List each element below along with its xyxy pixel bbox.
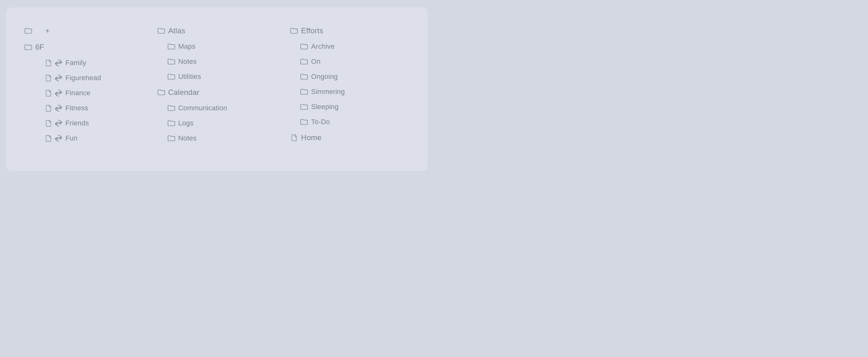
efforts-icons — [290, 26, 299, 35]
notes2-label: Notes — [178, 134, 197, 142]
recycle-icon — [54, 89, 63, 97]
doc-icon — [44, 104, 53, 112]
folder-icon — [300, 57, 309, 66]
folder-icon — [167, 119, 176, 128]
sleeping-icons — [300, 102, 309, 111]
folder-icon — [300, 102, 309, 111]
fitness-icons — [44, 104, 63, 112]
tree-item-fun[interactable]: Fun — [24, 131, 144, 146]
doc-icon — [44, 134, 53, 143]
calendar-icons — [157, 88, 166, 97]
tree-item-figurehead[interactable]: Figurehead — [24, 70, 144, 86]
tree-item-maps[interactable]: Maps — [157, 39, 277, 54]
folder-icon — [167, 57, 176, 66]
doc-icon — [44, 59, 53, 67]
folder-icon — [167, 104, 176, 112]
tree-item-notes2[interactable]: Notes — [157, 131, 277, 146]
on-label: On — [311, 58, 320, 66]
simmering-label: Simmering — [311, 88, 345, 96]
tree-item-efforts[interactable]: Efforts — [290, 23, 410, 39]
friends-label: Friends — [65, 119, 89, 127]
utilities-label: Utilities — [178, 73, 201, 81]
folder-icon — [300, 72, 309, 81]
tree-item-fitness[interactable]: Fitness — [24, 101, 144, 116]
archive-label: Archive — [311, 42, 335, 51]
notes2-icons — [167, 134, 176, 143]
tree-item-simmering[interactable]: Simmering — [290, 84, 410, 99]
finance-icons — [44, 89, 63, 97]
figurehead-label: Figurehead — [65, 74, 101, 82]
family-icons — [44, 59, 63, 67]
friends-icons — [44, 119, 63, 128]
home-label: Home — [301, 133, 321, 142]
recycle-icon — [54, 73, 63, 82]
calendar-label: Calendar — [168, 88, 199, 97]
column-col3: EffortsArchiveOnOngoingSimmeringSleeping… — [277, 23, 410, 156]
fun-icons — [44, 134, 63, 143]
tree-item-home[interactable]: Home — [290, 129, 410, 146]
doc-icon — [290, 133, 299, 142]
folder-icon — [24, 26, 33, 35]
tree-item-6f[interactable]: 6F — [24, 39, 144, 55]
folder-icon — [24, 43, 33, 52]
folder-icon — [167, 42, 176, 51]
archive-icons — [300, 42, 309, 51]
6f-icons — [24, 43, 33, 52]
tree-item-atlas[interactable]: Atlas — [157, 23, 277, 39]
folder-icon — [290, 26, 299, 35]
folder-icon — [300, 42, 309, 51]
on-icons — [300, 57, 309, 66]
folder-icon — [167, 72, 176, 81]
tree-item-friends[interactable]: Friends — [24, 116, 144, 131]
recycle-icon — [54, 104, 63, 112]
simmering-icons — [300, 87, 309, 96]
recycle-icon — [54, 119, 63, 128]
recycle-icon — [54, 59, 63, 67]
tree-item-archive[interactable]: Archive — [290, 39, 410, 54]
recycle-icon — [54, 134, 63, 143]
tree-item-todo[interactable]: To-Do — [290, 115, 410, 129]
atlas-icons — [157, 26, 166, 35]
todo-label: To-Do — [311, 118, 330, 126]
ongoing-icons — [300, 72, 309, 81]
tree-item-on[interactable]: On — [290, 54, 410, 69]
tree-item-logs[interactable]: Logs — [157, 116, 277, 131]
6f-label: 6F — [35, 43, 44, 52]
efforts-label: Efforts — [301, 26, 323, 35]
fitness-label: Fitness — [65, 104, 88, 112]
folder-icon — [167, 134, 176, 143]
tree-item-notes1[interactable]: Notes — [157, 54, 277, 69]
tree-item-sleeping[interactable]: Sleeping — [290, 99, 410, 115]
logs-icons — [167, 119, 176, 128]
home-icons — [290, 133, 299, 142]
doc-icon — [44, 119, 53, 128]
add-icons — [24, 26, 43, 35]
notes1-label: Notes — [178, 58, 197, 66]
tree-item-calendar[interactable]: Calendar — [157, 84, 277, 101]
main-container: +6F Family Figurehead Finance Fitness Fr — [6, 7, 428, 171]
plus-icon — [34, 26, 43, 35]
tree-item-family[interactable]: Family — [24, 55, 144, 70]
column-col1: +6F Family Figurehead Finance Fitness Fr — [24, 23, 144, 156]
doc-icon — [44, 73, 53, 82]
add-label: + — [45, 26, 50, 35]
fun-label: Fun — [65, 134, 78, 142]
tree-item-utilities[interactable]: Utilities — [157, 69, 277, 84]
doc-icon — [44, 89, 53, 97]
communication-icons — [167, 104, 176, 112]
maps-label: Maps — [178, 42, 196, 51]
family-label: Family — [65, 59, 86, 67]
column-col2: AtlasMapsNotesUtilitiesCalendarCommunica… — [144, 23, 277, 156]
tree-item-finance[interactable]: Finance — [24, 86, 144, 101]
tree-item-ongoing[interactable]: Ongoing — [290, 69, 410, 84]
folder-icon — [157, 88, 166, 97]
folder-icon — [300, 118, 309, 126]
atlas-label: Atlas — [168, 26, 186, 35]
ongoing-label: Ongoing — [311, 73, 338, 81]
logs-label: Logs — [178, 119, 194, 127]
tree-item-add[interactable]: + — [24, 23, 144, 39]
sleeping-label: Sleeping — [311, 103, 338, 111]
tree-item-communication[interactable]: Communication — [157, 101, 277, 116]
maps-icons — [167, 42, 176, 51]
figurehead-icons — [44, 73, 63, 82]
